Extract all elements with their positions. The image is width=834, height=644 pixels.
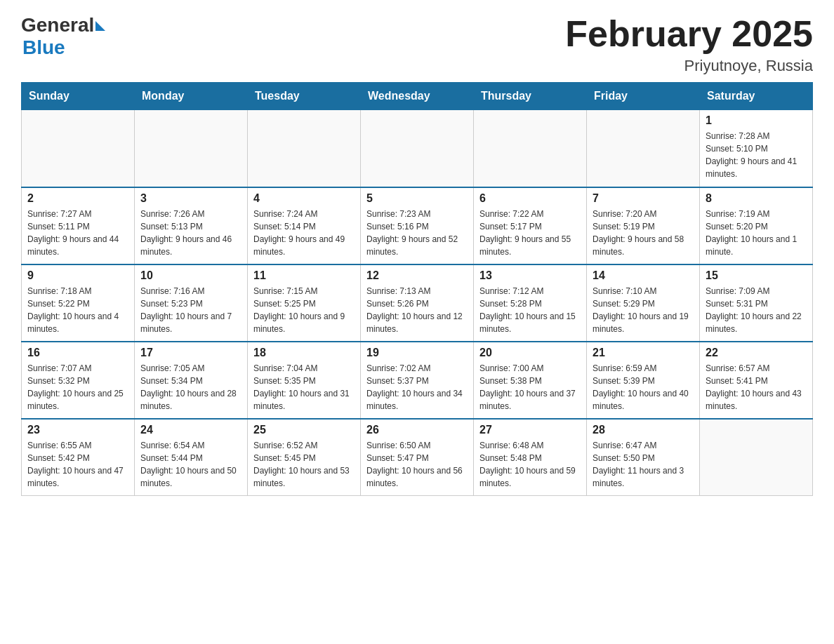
day-number: 16: [27, 347, 128, 359]
day-info: Sunrise: 7:23 AMSunset: 5:16 PMDaylight:…: [366, 208, 468, 258]
logo-general-text: General: [21, 14, 94, 36]
calendar-day-cell: 15Sunrise: 7:09 AMSunset: 5:31 PMDayligh…: [700, 264, 813, 342]
day-info: Sunrise: 7:04 AMSunset: 5:35 PMDaylight:…: [253, 362, 355, 412]
day-number: 28: [593, 424, 694, 436]
day-number: 5: [366, 192, 468, 205]
calendar-day-cell: 5Sunrise: 7:23 AMSunset: 5:16 PMDaylight…: [361, 187, 474, 264]
logo-arrow-icon: [95, 21, 105, 31]
logo: General Blue: [21, 14, 105, 59]
calendar-day-cell: 24Sunrise: 6:54 AMSunset: 5:44 PMDayligh…: [135, 419, 248, 496]
day-number: 4: [253, 192, 355, 205]
day-number: 13: [479, 269, 581, 282]
calendar-day-cell: 16Sunrise: 7:07 AMSunset: 5:32 PMDayligh…: [22, 342, 135, 419]
day-info: Sunrise: 7:02 AMSunset: 5:37 PMDaylight:…: [366, 362, 468, 412]
day-number: 1: [706, 114, 807, 127]
location-text: Priyutnoye, Russia: [565, 57, 813, 75]
day-number: 11: [253, 269, 355, 282]
day-info: Sunrise: 7:05 AMSunset: 5:34 PMDaylight:…: [140, 362, 241, 412]
day-number: 6: [479, 192, 581, 205]
calendar-header-thursday: Thursday: [474, 83, 587, 110]
calendar-day-cell: 21Sunrise: 6:59 AMSunset: 5:39 PMDayligh…: [587, 342, 700, 419]
day-number: 2: [27, 192, 128, 205]
calendar-week-row: 23Sunrise: 6:55 AMSunset: 5:42 PMDayligh…: [22, 419, 813, 496]
calendar-week-row: 9Sunrise: 7:18 AMSunset: 5:22 PMDaylight…: [22, 264, 813, 342]
day-number: 14: [593, 269, 694, 282]
day-info: Sunrise: 6:57 AMSunset: 5:41 PMDaylight:…: [706, 362, 807, 412]
calendar-header-row: SundayMondayTuesdayWednesdayThursdayFrid…: [22, 83, 813, 110]
day-number: 18: [253, 347, 355, 359]
calendar-week-row: 1Sunrise: 7:28 AMSunset: 5:10 PMDaylight…: [22, 110, 813, 187]
day-info: Sunrise: 6:59 AMSunset: 5:39 PMDaylight:…: [593, 362, 694, 412]
calendar-table: SundayMondayTuesdayWednesdayThursdayFrid…: [21, 82, 813, 496]
day-info: Sunrise: 7:20 AMSunset: 5:19 PMDaylight:…: [593, 208, 694, 258]
calendar-day-cell: [135, 110, 248, 187]
day-info: Sunrise: 7:28 AMSunset: 5:10 PMDaylight:…: [706, 130, 807, 180]
calendar-day-cell: 28Sunrise: 6:47 AMSunset: 5:50 PMDayligh…: [587, 419, 700, 496]
calendar-day-cell: 6Sunrise: 7:22 AMSunset: 5:17 PMDaylight…: [474, 187, 587, 264]
calendar-day-cell: 7Sunrise: 7:20 AMSunset: 5:19 PMDaylight…: [587, 187, 700, 264]
calendar-day-cell: [22, 110, 135, 187]
day-info: Sunrise: 6:47 AMSunset: 5:50 PMDaylight:…: [593, 439, 694, 490]
calendar-day-cell: 26Sunrise: 6:50 AMSunset: 5:47 PMDayligh…: [361, 419, 474, 496]
day-info: Sunrise: 7:27 AMSunset: 5:11 PMDaylight:…: [27, 208, 128, 258]
calendar-week-row: 2Sunrise: 7:27 AMSunset: 5:11 PMDaylight…: [22, 187, 813, 264]
day-number: 15: [706, 269, 807, 282]
day-number: 23: [27, 424, 128, 436]
day-number: 22: [706, 347, 807, 359]
calendar-header-wednesday: Wednesday: [361, 83, 474, 110]
day-info: Sunrise: 7:24 AMSunset: 5:14 PMDaylight:…: [253, 208, 355, 258]
calendar-day-cell: 12Sunrise: 7:13 AMSunset: 5:26 PMDayligh…: [361, 264, 474, 342]
calendar-header-monday: Monday: [135, 83, 248, 110]
calendar-day-cell: 18Sunrise: 7:04 AMSunset: 5:35 PMDayligh…: [248, 342, 361, 419]
calendar-day-cell: 25Sunrise: 6:52 AMSunset: 5:45 PMDayligh…: [248, 419, 361, 496]
calendar-day-cell: 13Sunrise: 7:12 AMSunset: 5:28 PMDayligh…: [474, 264, 587, 342]
calendar-day-cell: 11Sunrise: 7:15 AMSunset: 5:25 PMDayligh…: [248, 264, 361, 342]
day-number: 25: [253, 424, 355, 436]
day-number: 9: [27, 269, 128, 282]
day-info: Sunrise: 7:26 AMSunset: 5:13 PMDaylight:…: [140, 208, 241, 258]
calendar-header-tuesday: Tuesday: [248, 83, 361, 110]
day-number: 8: [706, 192, 807, 205]
day-info: Sunrise: 7:10 AMSunset: 5:29 PMDaylight:…: [593, 285, 694, 335]
day-number: 10: [140, 269, 241, 282]
day-number: 24: [140, 424, 241, 436]
calendar-day-cell: 3Sunrise: 7:26 AMSunset: 5:13 PMDaylight…: [135, 187, 248, 264]
calendar-day-cell: 23Sunrise: 6:55 AMSunset: 5:42 PMDayligh…: [22, 419, 135, 496]
title-block: February 2025 Priyutnoye, Russia: [565, 14, 813, 75]
calendar-day-cell: 19Sunrise: 7:02 AMSunset: 5:37 PMDayligh…: [361, 342, 474, 419]
day-info: Sunrise: 6:55 AMSunset: 5:42 PMDaylight:…: [27, 439, 128, 490]
day-info: Sunrise: 6:54 AMSunset: 5:44 PMDaylight:…: [140, 439, 241, 490]
day-number: 3: [140, 192, 241, 205]
day-info: Sunrise: 7:00 AMSunset: 5:38 PMDaylight:…: [479, 362, 581, 412]
day-info: Sunrise: 7:18 AMSunset: 5:22 PMDaylight:…: [27, 285, 128, 335]
month-title: February 2025: [565, 14, 813, 54]
calendar-day-cell: 2Sunrise: 7:27 AMSunset: 5:11 PMDaylight…: [22, 187, 135, 264]
day-info: Sunrise: 7:15 AMSunset: 5:25 PMDaylight:…: [253, 285, 355, 335]
page-header: General Blue February 2025 Priyutnoye, R…: [21, 14, 813, 75]
calendar-day-cell: 22Sunrise: 6:57 AMSunset: 5:41 PMDayligh…: [700, 342, 813, 419]
calendar-header-saturday: Saturday: [700, 83, 813, 110]
day-info: Sunrise: 7:13 AMSunset: 5:26 PMDaylight:…: [366, 285, 468, 335]
calendar-day-cell: 27Sunrise: 6:48 AMSunset: 5:48 PMDayligh…: [474, 419, 587, 496]
calendar-day-cell: [587, 110, 700, 187]
day-number: 19: [366, 347, 468, 359]
day-info: Sunrise: 7:12 AMSunset: 5:28 PMDaylight:…: [479, 285, 581, 335]
day-info: Sunrise: 6:50 AMSunset: 5:47 PMDaylight:…: [366, 439, 468, 490]
calendar-day-cell: 10Sunrise: 7:16 AMSunset: 5:23 PMDayligh…: [135, 264, 248, 342]
day-number: 21: [593, 347, 694, 359]
day-info: Sunrise: 6:48 AMSunset: 5:48 PMDaylight:…: [479, 439, 581, 490]
calendar-week-row: 16Sunrise: 7:07 AMSunset: 5:32 PMDayligh…: [22, 342, 813, 419]
calendar-day-cell: 9Sunrise: 7:18 AMSunset: 5:22 PMDaylight…: [22, 264, 135, 342]
day-number: 17: [140, 347, 241, 359]
calendar-day-cell: [474, 110, 587, 187]
day-info: Sunrise: 7:22 AMSunset: 5:17 PMDaylight:…: [479, 208, 581, 258]
day-info: Sunrise: 6:52 AMSunset: 5:45 PMDaylight:…: [253, 439, 355, 490]
calendar-header-friday: Friday: [587, 83, 700, 110]
calendar-day-cell: 17Sunrise: 7:05 AMSunset: 5:34 PMDayligh…: [135, 342, 248, 419]
calendar-header-sunday: Sunday: [22, 83, 135, 110]
calendar-day-cell: 8Sunrise: 7:19 AMSunset: 5:20 PMDaylight…: [700, 187, 813, 264]
calendar-day-cell: [248, 110, 361, 187]
day-info: Sunrise: 7:07 AMSunset: 5:32 PMDaylight:…: [27, 362, 128, 412]
day-info: Sunrise: 7:09 AMSunset: 5:31 PMDaylight:…: [706, 285, 807, 335]
calendar-day-cell: [361, 110, 474, 187]
